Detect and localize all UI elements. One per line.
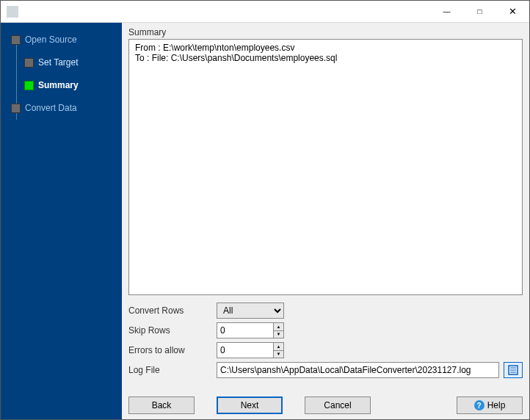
- step-label: Open Source: [25, 35, 77, 45]
- spin-down-icon[interactable]: ▼: [274, 351, 283, 358]
- step-bullet-icon: [11, 104, 21, 113]
- help-label: Help: [487, 400, 506, 410]
- step-set-target[interactable]: Set Target: [1, 54, 122, 70]
- summary-text: From : E:\work\temp\nton\employees.csv T…: [128, 39, 523, 295]
- step-label: Summary: [38, 80, 79, 90]
- log-file-label: Log File: [128, 365, 217, 375]
- back-button[interactable]: Back: [128, 397, 195, 414]
- errors-allow-input[interactable]: [217, 343, 273, 358]
- errors-allow-spinner[interactable]: ▲ ▼: [217, 342, 284, 358]
- wizard-sidebar: Open Source Set Target Summary Convert D…: [1, 23, 122, 420]
- convert-rows-select[interactable]: All: [217, 303, 284, 319]
- errors-allow-label: Errors to allow: [128, 345, 217, 355]
- browse-icon: [508, 365, 518, 375]
- step-open-source[interactable]: Open Source: [1, 32, 122, 48]
- step-summary[interactable]: Summary: [1, 77, 122, 93]
- skip-rows-label: Skip Rows: [128, 325, 217, 336]
- titlebar: — □ ✕: [1, 1, 529, 23]
- step-bullet-icon: [24, 58, 34, 68]
- step-bullet-icon: [11, 35, 21, 45]
- help-icon: ?: [474, 400, 484, 410]
- browse-button[interactable]: [504, 362, 523, 378]
- help-button[interactable]: ? Help: [457, 397, 523, 414]
- log-file-input[interactable]: [217, 362, 499, 378]
- summary-label: Summary: [128, 27, 523, 37]
- step-label: Set Target: [38, 57, 78, 68]
- spin-up-icon[interactable]: ▲: [274, 343, 283, 351]
- convert-rows-label: Convert Rows: [128, 305, 217, 316]
- main-content: Summary From : E:\work\temp\nton\employe…: [122, 23, 529, 420]
- app-icon: [7, 6, 18, 18]
- skip-rows-spinner[interactable]: ▲ ▼: [217, 322, 284, 338]
- close-button[interactable]: ✕: [496, 1, 529, 22]
- next-button[interactable]: Next: [217, 397, 283, 414]
- spin-down-icon[interactable]: ▼: [274, 331, 283, 338]
- cancel-button[interactable]: Cancel: [305, 397, 371, 414]
- step-convert-data[interactable]: Convert Data: [1, 100, 122, 116]
- spin-up-icon[interactable]: ▲: [274, 323, 283, 331]
- minimize-button[interactable]: —: [430, 1, 463, 22]
- step-bullet-icon: [24, 81, 34, 90]
- skip-rows-input[interactable]: [217, 323, 273, 338]
- maximize-button[interactable]: □: [463, 1, 496, 22]
- step-label: Convert Data: [25, 103, 77, 113]
